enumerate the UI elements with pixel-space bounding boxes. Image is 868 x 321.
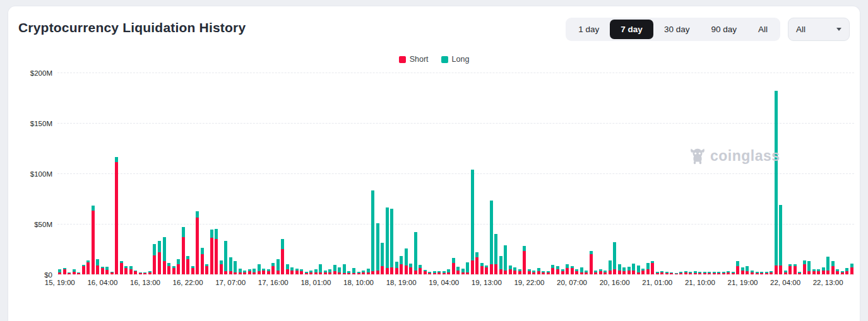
liquidation-bar[interactable] — [717, 272, 720, 274]
liquidation-bar[interactable] — [437, 271, 441, 274]
liquidation-bar[interactable] — [92, 206, 95, 274]
liquidation-bar[interactable] — [86, 260, 90, 274]
liquidation-bar[interactable] — [817, 269, 820, 274]
liquidation-bar[interactable] — [210, 230, 213, 274]
liquidation-bar[interactable] — [229, 257, 232, 274]
liquidation-bar[interactable] — [609, 260, 612, 274]
liquidation-bar[interactable] — [675, 273, 678, 274]
liquidation-bar[interactable] — [727, 271, 730, 274]
liquidation-bar[interactable] — [73, 269, 76, 274]
liquidation-bar[interactable] — [679, 272, 682, 274]
range-button-30-day[interactable]: 30 day — [653, 20, 701, 39]
liquidation-bar[interactable] — [395, 262, 398, 274]
liquidation-bar[interactable] — [143, 272, 146, 274]
liquidation-bar[interactable] — [447, 269, 450, 274]
liquidation-bar[interactable] — [376, 223, 379, 274]
liquidation-bar[interactable] — [736, 261, 739, 274]
liquidation-bar[interactable] — [528, 269, 531, 274]
liquidation-bar[interactable] — [660, 271, 663, 274]
liquidation-bar[interactable] — [101, 267, 104, 274]
liquidation-bar[interactable] — [248, 269, 251, 274]
liquidation-bar[interactable] — [428, 272, 431, 274]
liquidation-bar[interactable] — [651, 261, 654, 274]
liquidation-bar[interactable] — [163, 237, 166, 274]
liquidation-bar[interactable] — [571, 266, 574, 274]
liquidation-bar[interactable] — [547, 271, 550, 274]
liquidation-bar[interactable] — [177, 259, 180, 274]
liquidation-bar[interactable] — [471, 170, 474, 274]
liquidation-bar[interactable] — [167, 263, 170, 274]
liquidation-bar[interactable] — [309, 271, 312, 274]
legend-item-long[interactable]: Long — [441, 55, 470, 64]
liquidation-bar[interactable] — [826, 257, 829, 274]
liquidation-bar[interactable] — [618, 264, 621, 274]
liquidation-bar[interactable] — [186, 256, 189, 274]
liquidation-bar[interactable] — [234, 261, 237, 274]
liquidation-bar[interactable] — [386, 207, 389, 274]
liquidation-bar[interactable] — [807, 261, 811, 274]
legend-item-short[interactable]: Short — [399, 55, 429, 64]
liquidation-bar[interactable] — [575, 269, 578, 274]
liquidation-bar[interactable] — [120, 261, 123, 274]
liquidation-bar[interactable] — [424, 270, 427, 274]
liquidation-bar[interactable] — [456, 267, 460, 274]
range-button-7-day[interactable]: 7 day — [610, 20, 653, 39]
liquidation-bar[interactable] — [518, 269, 521, 274]
liquidation-bar[interactable] — [637, 266, 640, 274]
liquidation-bar[interactable] — [741, 267, 744, 274]
liquidation-bar[interactable] — [656, 272, 659, 274]
liquidation-bar[interactable] — [632, 264, 635, 274]
liquidation-bar[interactable] — [276, 259, 280, 274]
liquidation-bar[interactable] — [324, 271, 327, 274]
liquidation-bar[interactable] — [627, 267, 631, 274]
liquidation-bar[interactable] — [110, 272, 114, 274]
liquidation-bar[interactable] — [670, 272, 673, 274]
liquidation-bar[interactable] — [613, 242, 616, 274]
liquidation-bar[interactable] — [850, 264, 853, 274]
liquidation-bar[interactable] — [603, 271, 607, 274]
liquidation-bar[interactable] — [722, 272, 725, 274]
liquidation-bar[interactable] — [532, 271, 535, 274]
liquidation-bar[interactable] — [224, 241, 227, 274]
liquidation-bar[interactable] — [513, 267, 516, 274]
liquidation-bar[interactable] — [129, 266, 133, 274]
liquidation-bar[interactable] — [201, 248, 204, 274]
symbol-dropdown[interactable]: All — [788, 18, 850, 41]
liquidation-bar[interactable] — [134, 271, 137, 274]
liquidation-bar[interactable] — [295, 269, 299, 274]
liquidation-bar[interactable] — [82, 265, 85, 274]
liquidation-bar[interactable] — [746, 266, 749, 274]
liquidation-bar[interactable] — [271, 263, 275, 274]
liquidation-bar[interactable] — [452, 258, 455, 274]
liquidation-bar[interactable] — [646, 263, 650, 274]
liquidation-bar[interactable] — [105, 267, 109, 274]
liquidation-bar[interactable] — [115, 157, 118, 274]
liquidation-bar[interactable] — [590, 251, 593, 274]
liquidation-bar[interactable] — [68, 272, 71, 274]
liquidation-bar[interactable] — [665, 272, 669, 274]
liquidation-bar[interactable] — [153, 244, 156, 274]
liquidation-bar[interactable] — [390, 209, 393, 274]
liquidation-bar[interactable] — [262, 269, 265, 274]
liquidation-bar[interactable] — [58, 269, 61, 274]
liquidation-bar[interactable] — [732, 272, 735, 274]
liquidation-bar[interactable] — [713, 272, 716, 274]
liquidation-bar[interactable] — [599, 269, 602, 274]
liquidation-bar[interactable] — [433, 271, 436, 274]
liquidation-bar[interactable] — [357, 272, 360, 274]
liquidation-bar[interactable] — [352, 268, 355, 274]
liquidation-bar[interactable] — [267, 269, 270, 274]
liquidation-bar[interactable] — [831, 261, 835, 274]
liquidation-bar[interactable] — [300, 269, 303, 274]
liquidation-bar[interactable] — [172, 266, 175, 274]
liquidation-bar[interactable] — [836, 269, 839, 274]
liquidation-bar[interactable] — [784, 271, 787, 274]
liquidation-bar[interactable] — [381, 243, 384, 274]
liquidation-bar[interactable] — [461, 269, 465, 274]
liquidation-bar[interactable] — [77, 272, 80, 274]
liquidation-bar[interactable] — [803, 260, 806, 274]
liquidation-bar[interactable] — [509, 266, 512, 274]
liquidation-bar[interactable] — [798, 272, 801, 274]
liquidation-bar[interactable] — [258, 264, 261, 274]
liquidation-bar[interactable] — [347, 271, 350, 274]
